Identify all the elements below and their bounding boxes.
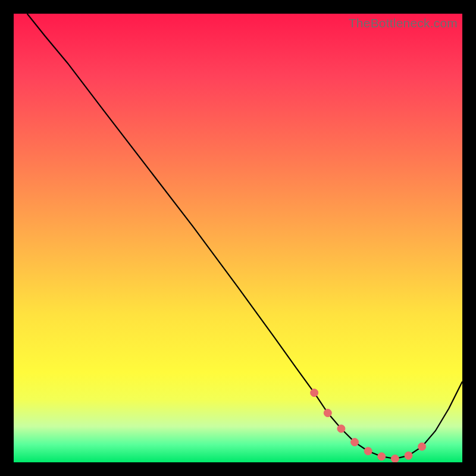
marker-dot [405, 452, 412, 459]
chart-svg [14, 14, 462, 462]
marker-dot [351, 439, 359, 446]
chart-stage: TheBottleneck.com [0, 0, 476, 476]
chart-markers [311, 389, 426, 462]
marker-dot [324, 409, 331, 417]
marker-dot [418, 443, 426, 450]
marker-dot [364, 447, 372, 455]
chart-curve [27, 14, 462, 459]
marker-dot [391, 455, 399, 462]
marker-dot [337, 425, 345, 433]
chart-plot-area: TheBottleneck.com [14, 14, 462, 462]
marker-dot [311, 389, 318, 397]
marker-dot [378, 453, 386, 461]
